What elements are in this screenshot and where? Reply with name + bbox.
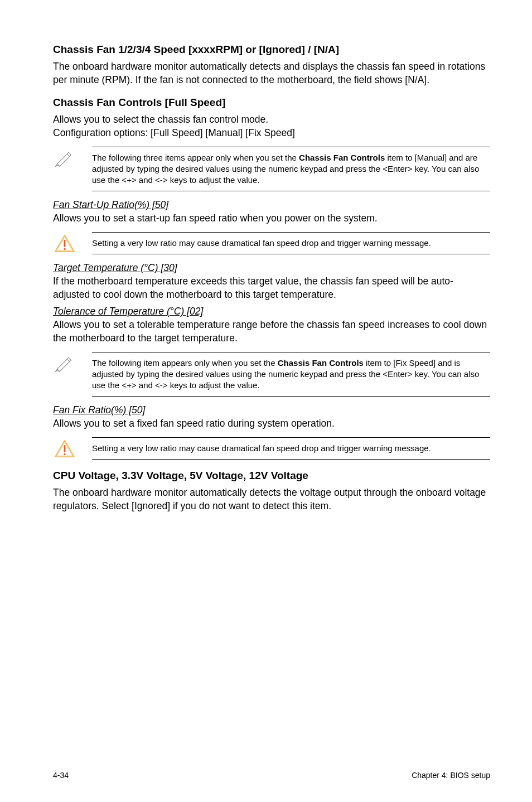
- note-text-fixspeed: The following item appears only when you…: [92, 352, 490, 397]
- svg-point-1: [64, 248, 65, 250]
- subheading-fan-fix-ratio: Fan Fix Ratio(%) [50]: [53, 404, 490, 416]
- pencil-icon: [53, 147, 76, 167]
- subheading-fan-startup-ratio: Fan Start-Up Ratio(%) [50]: [53, 199, 490, 211]
- body-line1: Allows you to select the chassis fan con…: [53, 114, 268, 125]
- warning-icon: [53, 437, 76, 458]
- pencil-icon: [53, 352, 76, 372]
- page-number: 4-34: [53, 771, 69, 780]
- body-chassis-fan-speed: The onboard hardware monitor automatical…: [53, 60, 490, 86]
- warning-icon: [53, 232, 76, 253]
- warning-text-fixratio: Setting a very low ratio may cause drama…: [92, 437, 490, 460]
- svg-point-3: [64, 453, 65, 455]
- body-chassis-fan-controls: Allows you to select the chassis fan con…: [53, 113, 490, 139]
- warning-text-startup: Setting a very low ratio may cause drama…: [92, 232, 490, 254]
- note-prefix: The following item appears only when you…: [92, 358, 278, 368]
- subheading-target-temp: Target Temperature (°C) [30]: [53, 262, 490, 274]
- warning-callout-startup: Setting a very low ratio may cause drama…: [53, 232, 490, 254]
- subbody-fan-fix-ratio: Allows you to set a fixed fan speed rati…: [53, 417, 490, 431]
- body-cpu-voltage: The onboard hardware monitor automatical…: [53, 486, 490, 513]
- subbody-target-temp: If the motherboard temperature exceeds t…: [53, 275, 490, 301]
- note-text-manual: The following three items appear only wh…: [92, 147, 490, 192]
- page-footer: 4-34 Chapter 4: BIOS setup: [53, 771, 490, 780]
- note-bold: Chassis Fan Controls: [278, 358, 364, 368]
- subbody-fan-startup-ratio: Allows you to set a start-up fan speed r…: [53, 212, 490, 225]
- warning-callout-fixratio: Setting a very low ratio may cause drama…: [53, 437, 490, 460]
- subheading-tolerance-temp: Tolerance of Temperature (°C) [02]: [53, 306, 490, 317]
- note-prefix: The following three items appear only wh…: [92, 153, 299, 162]
- subbody-tolerance-temp: Allows you to set a tolerable temperatur…: [53, 318, 490, 345]
- heading-chassis-fan-controls: Chassis Fan Controls [Full Speed]: [53, 96, 490, 109]
- heading-cpu-voltage: CPU Voltage, 3.3V Voltage, 5V Voltage, 1…: [53, 470, 490, 482]
- note-callout-fixspeed: The following item appears only when you…: [53, 352, 490, 397]
- chapter-label: Chapter 4: BIOS setup: [412, 771, 490, 780]
- heading-chassis-fan-speed: Chassis Fan 1/2/3/4 Speed [xxxxRPM] or […: [53, 44, 490, 56]
- body-line2: Configuration options: [Full Speed] [Man…: [53, 127, 295, 138]
- note-callout-manual: The following three items appear only wh…: [53, 147, 490, 192]
- note-bold: Chassis Fan Controls: [299, 153, 385, 162]
